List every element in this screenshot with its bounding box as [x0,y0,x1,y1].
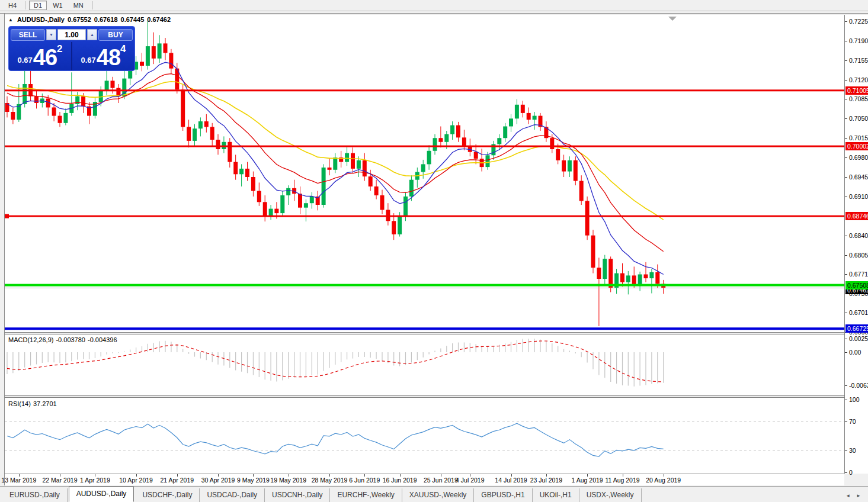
price-axis[interactable]: 0.722500.719000.715500.712000.708500.705… [844,15,868,474]
candle-body [585,201,590,235]
ohlc-high: 0.67618 [94,16,118,23]
timeframe-button-mn[interactable]: MN [69,1,88,10]
volume-decrease-button[interactable]: ▼ [46,29,56,40]
horizontal-line[interactable] [5,146,844,147]
candle-body [374,186,379,195]
candle-body [105,81,109,91]
candle-body [269,209,273,216]
candle-body [274,209,278,214]
tab-scroll-arrows: ◄► [845,493,866,502]
chart-tab-gbpusd-h1[interactable]: GBPUSD-,H1 [474,488,532,502]
bid-price-line [5,288,844,288]
ask-prefix: 0.67 [81,56,95,65]
candle-body [228,142,232,162]
ohlc-close: 0.67462 [147,16,171,23]
collapse-panel-icon[interactable]: ▲ [8,17,13,22]
chart-tab-usdx-weekly[interactable]: USDX-,Weekly [579,488,642,502]
chart-tab-eurusd-daily[interactable]: EURUSD-,Daily [2,488,68,502]
candle-body [433,138,437,151]
date-axis-label: 1 Apr 2019 [80,477,110,484]
candle-body [164,43,168,53]
candle-body [333,157,337,170]
price-axis-tick: 0.67010 [845,309,868,316]
date-axis-label: 20 Aug 2019 [646,477,681,484]
price-axis-tick: 0.69100 [845,193,868,200]
candle-body [251,177,255,191]
candle-body [533,116,537,120]
date-axis[interactable]: 13 Mar 201922 Mar 20191 Apr 201910 Apr 2… [5,474,844,485]
date-axis-label: 28 May 2019 [312,477,348,484]
horizontal-line[interactable] [5,89,844,91]
price-axis-tick: 0.00 [845,349,868,356]
candle-body [608,259,613,288]
candle-body [550,138,554,149]
candle-body [357,160,361,169]
volume-increase-button[interactable]: ▲ [87,29,97,40]
candle-body [421,164,425,172]
candle-body [398,217,402,234]
bid-quote[interactable]: 0.67 46 2 [9,42,72,70]
candle-body [286,188,290,195]
ohlc-open: 0.67552 [68,16,91,23]
ohlc-low: 0.67445 [121,16,145,23]
candle-body [556,149,560,160]
date-axis-label: 13 Mar 2019 [1,477,36,484]
candle-body [363,160,367,176]
ask-big-digits: 48 [97,47,120,67]
candle-body [638,275,642,285]
date-axis-label: 4 Jul 2019 [456,477,484,484]
chart-tab-eurchf-weekly[interactable]: EURCHF-,Weekly [330,488,402,502]
candle-body [280,195,284,213]
date-axis-label: 23 Jul 2019 [530,477,562,484]
horizontal-line[interactable] [5,284,844,287]
candle-body [649,272,654,278]
ask-pip-digit: 4 [120,43,126,55]
price-axis-tick: -0.006326 [845,382,868,389]
candle-body [233,162,238,175]
candle-body [158,43,162,58]
rsi-pane[interactable] [5,398,844,474]
candle-body [409,180,414,197]
tab-scroll-right-icon[interactable]: ► [856,493,861,498]
timeframe-button-w1[interactable]: W1 [48,1,68,10]
level-price-label: 0.68746 [845,212,868,220]
candle-body [11,112,15,120]
line-anchor-marker[interactable] [5,214,9,218]
price-axis-tick: 0.69800 [845,154,868,161]
candle-body [450,125,454,134]
date-axis-label: 19 May 2019 [270,477,306,484]
candle-body [392,221,396,234]
chart-tab-ukoil-h1[interactable]: UKOil-,H1 [533,488,579,502]
chart-tab-audusd-daily[interactable]: AUDUSD-,Daily [69,487,134,502]
candle-body [591,236,595,268]
macd-pane[interactable] [5,334,844,395]
chart-tab-xauusd-weekly[interactable]: XAUUSD-,Weekly [402,488,474,502]
candle-body [597,268,601,279]
volume-input[interactable]: 1.00 [57,29,86,40]
timeframe-button-d1[interactable]: D1 [29,1,47,10]
candle-body [187,127,191,141]
candle-body [503,127,507,139]
buy-button[interactable]: BUY [98,29,133,41]
candle-body [140,62,144,66]
candle-body [63,113,68,123]
chart-tab-usdcnh-daily[interactable]: USDCNH-,Daily [265,488,330,502]
candle-body [568,160,572,172]
ask-quote[interactable]: 0.67 48 4 [72,42,134,70]
chart-tab-usdchf-daily[interactable]: USDCHF-,Daily [135,488,200,502]
price-axis-tick: 0.002574 [845,335,868,342]
horizontal-line[interactable] [5,327,844,330]
candle-body [146,46,150,66]
candle-body [474,152,478,159]
candle-body [193,128,197,141]
window-frame-top [0,13,868,14]
tab-scroll-left-icon[interactable]: ◄ [845,493,850,498]
timeframe-button-h4[interactable]: H4 [4,1,21,10]
sell-button[interactable]: SELL [11,29,45,41]
candle-body [23,84,27,104]
chart-tab-usdcad-daily[interactable]: USDCAD-,Daily [200,488,265,502]
chart-symbol: AUDUSD-,Daily [17,16,65,23]
price-axis-tick: 0.69450 [845,173,868,181]
candle-body [509,118,513,126]
horizontal-line[interactable] [5,215,844,217]
